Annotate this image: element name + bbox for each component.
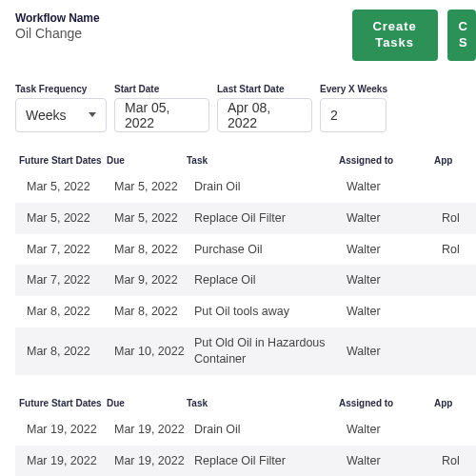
chevron-down-icon — [89, 112, 96, 117]
workflow-name-value: Oil Change — [15, 26, 352, 41]
cell-assigned: Walter — [347, 422, 442, 438]
cell-due: Mar 8, 2022 — [114, 304, 194, 320]
start-date-control: Start Date Mar 05, 2022 — [114, 84, 209, 132]
cell-task: Replace Oil — [194, 272, 347, 288]
cell-assigned: Walter — [347, 242, 442, 258]
workflow-name-block: Workflow Name Oil Change — [15, 11, 352, 41]
cell-due: Mar 5, 2022 — [114, 210, 194, 227]
cell-start: Mar 7, 2022 — [27, 242, 114, 258]
table-row[interactable]: Mar 19, 2022Mar 19, 2022Drain OilWalter — [15, 414, 476, 446]
cell-due: Mar 9, 2022 — [114, 272, 194, 288]
cell-task: Replace Oil Filter — [194, 453, 347, 469]
cell-assigned: Walter — [347, 179, 442, 195]
header-buttons: Create Tasks C S — [352, 10, 476, 61]
workflow-name-label: Workflow Name — [15, 11, 352, 25]
cell-task: Put Old Oil in Hazardous Container — [194, 335, 347, 367]
table-row[interactable]: Mar 8, 2022Mar 8, 2022Put Oil tools away… — [15, 296, 476, 327]
table-header: Future Start DatesDueTaskAssigned toApp — [15, 149, 476, 171]
table-row[interactable]: Mar 5, 2022Mar 5, 2022Replace Oil Filter… — [15, 203, 476, 234]
start-date-value: Mar 05, 2022 — [125, 100, 199, 130]
last-start-date-value: Apr 08, 2022 — [228, 100, 302, 130]
cell-task: Drain Oil — [194, 179, 347, 195]
cell-due: Mar 19, 2022 — [114, 422, 194, 438]
start-date-label: Start Date — [114, 84, 209, 94]
cell-assigned: Walter — [347, 304, 442, 320]
column-header-due: Due — [107, 155, 187, 166]
secondary-button[interactable]: C S — [447, 10, 476, 61]
task-frequency-value: Weeks — [26, 108, 67, 123]
table-row[interactable]: Mar 5, 2022Mar 5, 2022Drain OilWalter — [15, 171, 476, 203]
cell-task: Purchase Oil — [194, 242, 347, 258]
cell-task: Drain Oil — [194, 422, 347, 438]
every-x-label: Every X Weeks — [320, 84, 387, 94]
create-tasks-button[interactable]: Create Tasks — [352, 10, 438, 61]
table-row[interactable]: Mar 8, 2022Mar 10, 2022Put Old Oil in Ha… — [15, 327, 476, 375]
cell-due: Mar 5, 2022 — [114, 179, 194, 195]
start-date-input[interactable]: Mar 05, 2022 — [114, 98, 209, 132]
task-frequency-select[interactable]: Weeks — [15, 98, 107, 132]
cell-assigned: Walter — [347, 210, 442, 227]
last-start-date-control: Last Start Date Apr 08, 2022 — [217, 84, 312, 132]
task-frequency-label: Task Frequency — [15, 84, 107, 94]
cell-assigned: Walter — [347, 344, 442, 360]
cell-due: Mar 19, 2022 — [114, 453, 194, 469]
cell-start: Mar 8, 2022 — [27, 344, 114, 360]
task-group: Future Start DatesDueTaskAssigned toAppM… — [15, 392, 476, 476]
table-row[interactable]: Mar 7, 2022Mar 9, 2022Replace OilWalter — [15, 265, 476, 296]
cell-assigned: Walter — [347, 453, 442, 469]
table-header: Future Start DatesDueTaskAssigned toApp — [15, 392, 476, 414]
every-x-control: Every X Weeks 2 — [320, 84, 387, 132]
column-header-task: Task — [187, 155, 339, 166]
table-body: Mar 19, 2022Mar 19, 2022Drain OilWalterM… — [15, 414, 476, 476]
column-header-approver: App — [434, 398, 476, 408]
column-header-task: Task — [187, 398, 339, 408]
cell-start: Mar 5, 2022 — [27, 179, 114, 195]
task-group: Future Start DatesDueTaskAssigned toAppM… — [15, 149, 476, 375]
cell-start: Mar 5, 2022 — [27, 210, 114, 227]
every-x-input[interactable]: 2 — [320, 98, 387, 132]
cell-start: Mar 19, 2022 — [27, 422, 114, 438]
column-header-future_start: Future Start Dates — [19, 155, 107, 166]
header-row: Workflow Name Oil Change Create Tasks C … — [15, 11, 476, 61]
every-x-value: 2 — [330, 108, 338, 123]
cell-approver: Rol — [442, 210, 476, 227]
cell-approver: Rol — [442, 453, 476, 469]
table-row[interactable]: Mar 19, 2022Mar 19, 2022Replace Oil Filt… — [15, 446, 476, 476]
cell-start: Mar 7, 2022 — [27, 272, 114, 288]
cell-due: Mar 8, 2022 — [114, 242, 194, 258]
table-body: Mar 5, 2022Mar 5, 2022Drain OilWalterMar… — [15, 171, 476, 375]
column-header-future_start: Future Start Dates — [19, 398, 107, 408]
table-row[interactable]: Mar 7, 2022Mar 8, 2022Purchase OilWalter… — [15, 234, 476, 266]
column-header-assigned: Assigned to — [339, 398, 434, 408]
column-header-assigned: Assigned to — [339, 155, 434, 166]
cell-approver: Rol — [442, 242, 476, 258]
cell-task: Put Oil tools away — [194, 304, 347, 320]
cell-start: Mar 8, 2022 — [27, 304, 114, 320]
task-frequency-control: Task Frequency Weeks — [15, 84, 107, 132]
column-header-approver: App — [434, 155, 476, 166]
last-start-date-label: Last Start Date — [217, 84, 312, 94]
cell-task: Replace Oil Filter — [194, 210, 347, 227]
cell-assigned: Walter — [347, 272, 442, 288]
cell-due: Mar 10, 2022 — [114, 344, 194, 360]
cell-start: Mar 19, 2022 — [27, 453, 114, 469]
last-start-date-input[interactable]: Apr 08, 2022 — [217, 98, 312, 132]
column-header-due: Due — [107, 398, 187, 408]
controls-row: Task Frequency Weeks Start Date Mar 05, … — [15, 84, 476, 132]
